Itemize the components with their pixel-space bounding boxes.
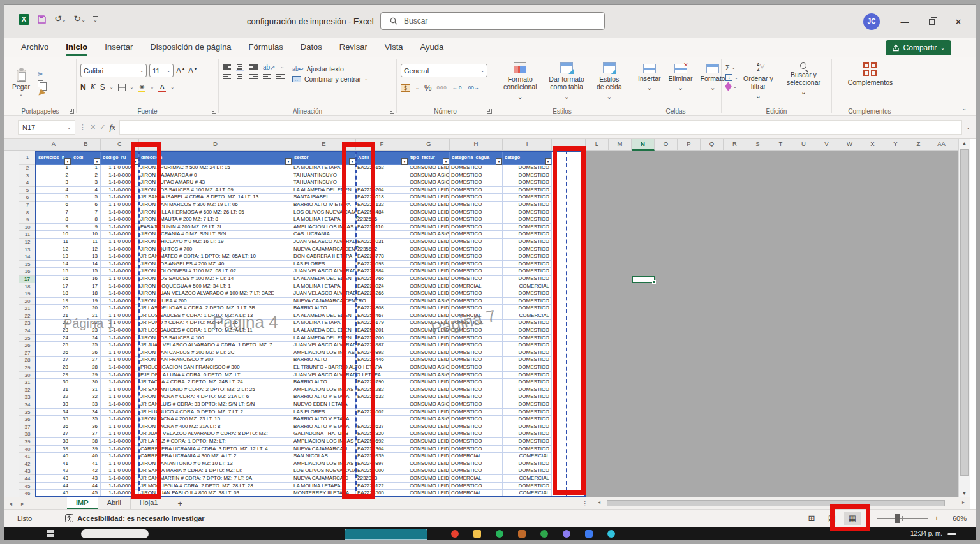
cell-codigo[interactable]: 5	[71, 194, 101, 202]
cell-tipo-factura[interactable]: CONSUMO LEIDO	[408, 342, 450, 349]
cell-categoria[interactable]: DOMESTICO	[503, 290, 552, 298]
cell-servicios[interactable]: 27	[36, 357, 71, 364]
cell-categoria-cagua[interactable]: DOMESTICO	[450, 386, 503, 394]
row-header-35[interactable]: 35	[19, 409, 36, 416]
cell-categoria-cagua[interactable]: DOMESTICO	[450, 335, 503, 342]
column-header-R[interactable]: R	[724, 139, 746, 151]
cell-tipo-factura[interactable]: CONSUMO LEIDO	[408, 467, 450, 475]
cell-servicios[interactable]: 9	[36, 224, 71, 232]
cell-categoria[interactable]: DOMESTICO	[503, 349, 552, 357]
column-header-Q[interactable]: Q	[701, 139, 724, 151]
taskbar-clock[interactable]: 12:34 p. m.	[910, 530, 942, 537]
cell-codigo[interactable]: 6	[71, 202, 101, 209]
close-button[interactable]: ✕	[945, 11, 972, 33]
cell-categoria-cagua[interactable]: DOMESTICO	[450, 423, 503, 431]
cell-categoria[interactable]: COMERCIAL	[503, 453, 552, 460]
cell-codigo[interactable]: 20	[71, 305, 101, 312]
cell-categoria[interactable]: DOMESTICO	[503, 165, 552, 172]
cell-codigo[interactable]: 18	[71, 290, 101, 298]
avatar[interactable]: JC	[863, 13, 880, 30]
percent-format-icon[interactable]: %	[424, 83, 432, 92]
column-header-O[interactable]: O	[655, 139, 678, 151]
cell-categoria[interactable]: DOMESTICO	[503, 224, 552, 232]
vertical-scrollbar[interactable]: ▲ ▼	[958, 139, 970, 497]
cell-servicios[interactable]: 2	[36, 172, 71, 180]
cell-codigo[interactable]: 2	[71, 172, 101, 180]
row-header-34[interactable]: 34	[19, 401, 36, 409]
cell-codigo[interactable]: 12	[71, 246, 101, 254]
cell-categoria-cagua[interactable]: DOMESTICO	[450, 379, 503, 386]
cell-servicios[interactable]: 5	[36, 194, 71, 202]
cell-tipo-factura[interactable]: CONSUMO LEIDO	[408, 276, 450, 283]
cell-servicios[interactable]: 16	[36, 276, 71, 283]
cell-servicios[interactable]: 11	[36, 239, 71, 246]
cell-categoria-cagua[interactable]: COMERCIAL	[450, 453, 503, 460]
cell-categoria-cagua[interactable]: DOMESTICO	[450, 290, 503, 298]
customize-toolbar-icon[interactable]: ⌄	[93, 16, 98, 23]
cell-direccion[interactable]: PROLONGACION SAN FRANCISCO # 300	[139, 364, 292, 372]
cell-servicios[interactable]: 25	[36, 342, 71, 349]
column-header-H[interactable]: H	[450, 139, 503, 151]
cell-categoria[interactable]: DOMESTICO	[503, 246, 552, 254]
cell-direccion[interactable]: JIRON TACNA # 400 MZ: 21A LT: 8	[139, 423, 292, 431]
taskbar-icon-app-red[interactable]	[451, 530, 459, 538]
cell-categoria-cagua[interactable]: DOMESTICO	[450, 246, 503, 254]
align-bottom-icon[interactable]	[249, 64, 258, 71]
row-header-42[interactable]: 42	[19, 460, 36, 468]
confirm-entry-icon[interactable]: ✓	[100, 123, 105, 131]
row-header-38[interactable]: 38	[19, 430, 36, 438]
filter-dropdown-icon[interactable]: ▾	[285, 158, 292, 165]
row-header-26[interactable]: 26	[19, 342, 36, 349]
cell-categoria-cagua[interactable]: DOMESTICO	[450, 253, 503, 261]
cell-direccion[interactable]: JR JUAN VELASCO ALVARADO # CDRA: 1 DPTO:…	[139, 342, 292, 349]
row-header-41[interactable]: 41	[19, 453, 36, 460]
cell-direccion[interactable]: JIRON AMAUTA # 200 MZ: 7 LT: 8	[139, 216, 292, 224]
cell-direccion[interactable]: JIRON LOS SAUCES # 100 MZ: F LT: 14	[139, 276, 292, 283]
cell-tipo-factura[interactable]: CONSUMO LEIDO	[408, 209, 450, 217]
cell-direccion[interactable]: JR SAN LUIS # CDRA: 33 DPTO: MZ: S/N LT:…	[139, 401, 292, 409]
cell-servicios[interactable]: 34	[36, 409, 71, 416]
cell-direccion[interactable]: JIRON SAN MARCOS # 300 MZ: 19 LT: 06	[139, 202, 292, 209]
cell-categoria[interactable]: DOMESTICO	[503, 298, 552, 305]
wrap-text-button[interactable]: ab↩ Ajustar texto	[292, 65, 368, 73]
cell-direccion[interactable]: CARRETERA UCRANIA # 300 MZ: A LT: 2	[139, 453, 292, 460]
row-header-46[interactable]: 46	[19, 490, 36, 497]
column-header-P[interactable]: P	[678, 139, 701, 151]
cell-categoria[interactable]: DOMESTICO	[503, 467, 552, 475]
cell-categoria-cagua[interactable]: DOMESTICO	[450, 430, 503, 438]
cell-tipo-factura[interactable]: CONSUMO LEIDO	[408, 194, 450, 202]
cell-direccion[interactable]: PASAJE JUNIN # 200 MZ: 09 LT: 2L	[139, 224, 292, 232]
cell-categoria-cagua[interactable]: COMERCIAL	[450, 283, 503, 291]
cell-tipo-factura[interactable]: CONSUMO LEIDO	[408, 165, 450, 172]
undo-button[interactable]: ↺⌄	[54, 14, 66, 25]
cell-categoria-cagua[interactable]: DOMESTICO	[450, 209, 503, 217]
format-as-table-button[interactable]: Dar formato como tabla⌄	[542, 60, 591, 106]
cell-categoria[interactable]: DOMESTICO	[503, 187, 552, 195]
cell-servicios[interactable]: 19	[36, 298, 71, 305]
cell-categoria[interactable]: DOMESTICO	[503, 386, 552, 394]
cell-categoria-cagua[interactable]: COMERCIAL	[450, 490, 503, 497]
cell-categoria-cagua[interactable]: DOMESTICO	[450, 342, 503, 349]
cell-categoria[interactable]: DOMESTICO	[503, 364, 552, 372]
cell-categoria[interactable]: DOMESTICO	[503, 483, 552, 490]
row-header-3[interactable]: 3	[19, 172, 36, 180]
increase-font-icon[interactable]: A▲	[176, 66, 186, 75]
scroll-left-icon[interactable]: ◂	[598, 499, 600, 505]
cell-direccion[interactable]: JIRON SAN ANTONIO # 0 MZ: 10 LT: 13	[139, 460, 292, 468]
cell-categoria-cagua[interactable]: DOMESTICO	[450, 364, 503, 372]
cell-direccion[interactable]: JR SAN ANTONIO # CDRA: 2 DPTO: MZ: 2 LT:…	[139, 386, 292, 394]
cell-categoria-cagua[interactable]: DOMESTICO	[450, 165, 503, 172]
align-top-icon[interactable]	[223, 64, 231, 71]
cell-direccion[interactable]: PJE DE LA LUNA # CDRA: 0 DPTO: MZ: LT:	[139, 372, 292, 379]
menu-tab-datos[interactable]: Datos	[301, 38, 322, 57]
redo-button[interactable]: ↻⌄	[73, 14, 85, 25]
borders-icon[interactable]	[118, 84, 126, 91]
clipboard-dialog-launcher[interactable]	[70, 109, 74, 114]
cell-categoria[interactable]: DOMESTICO	[503, 239, 552, 246]
cell-servicios[interactable]: 26	[36, 349, 71, 357]
taskbar-icon-app-folder-yellow[interactable]	[473, 530, 481, 538]
row-header-23[interactable]: 23	[19, 320, 36, 327]
menu-tab-vista[interactable]: Vista	[385, 38, 403, 57]
excel-logo-icon[interactable]: X	[19, 14, 29, 25]
cell-codigo[interactable]: 10	[71, 231, 101, 239]
